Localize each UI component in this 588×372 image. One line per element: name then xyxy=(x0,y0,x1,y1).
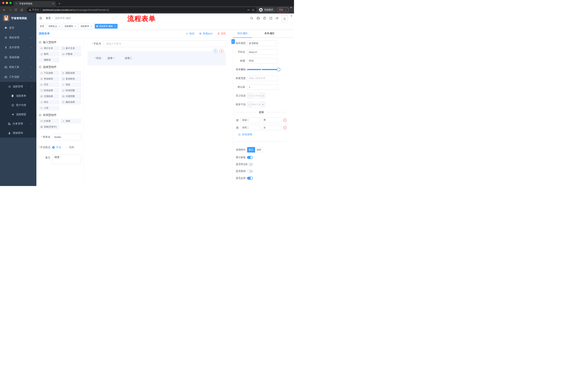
key-icon[interactable] xyxy=(247,9,250,11)
remove-option-icon[interactable] xyxy=(283,126,287,129)
close-icon[interactable] xyxy=(90,25,92,27)
tag-流程定义[interactable]: 流程定义 xyxy=(47,24,62,29)
component-行容器[interactable]: 行容器 xyxy=(39,119,59,124)
component-日期选择[interactable]: 日期选择 xyxy=(39,94,59,99)
sidebar-logo[interactable]: 芋道管理系统 xyxy=(0,13,36,23)
new-tab-button[interactable] xyxy=(57,1,62,6)
tag-流程模型[interactable]: 流程模型 xyxy=(63,24,78,29)
slider-handle[interactable] xyxy=(277,68,280,71)
component-type-select[interactable]: 多选框组 xyxy=(247,41,278,46)
title-input[interactable]: 性别 xyxy=(247,58,278,64)
component-单行文本[interactable]: 单行文本 xyxy=(39,46,59,51)
sidebar-item-用户分组[interactable]: 用户分组 xyxy=(0,100,36,110)
minimize-window-button[interactable] xyxy=(6,2,8,4)
toggle-是否带边框[interactable] xyxy=(247,163,253,166)
toggle-显示标签[interactable] xyxy=(247,156,253,159)
component-上传[interactable]: 上传 xyxy=(39,106,59,110)
component-密码[interactable]: 密码 xyxy=(39,52,59,57)
delete-component-button[interactable] xyxy=(219,49,224,53)
link-handle[interactable] xyxy=(231,39,235,44)
component-日期范围[interactable]: 日期范围 xyxy=(61,94,81,99)
min-select-input[interactable]: 至少应选 xyxy=(252,93,261,98)
plus-button[interactable]: + xyxy=(261,102,265,107)
form-name-input[interactable]: biubiu xyxy=(52,134,81,140)
sidebar-item-支付管理[interactable]: 支付管理 xyxy=(0,43,36,53)
checkbox-选项二[interactable]: 选项二 xyxy=(121,57,132,60)
component-多选框组[interactable]: 多选框组 xyxy=(61,76,81,81)
清空-button[interactable]: 清空 xyxy=(217,32,226,35)
toggle-是否禁用[interactable] xyxy=(247,170,253,173)
resize-grip-icon[interactable] xyxy=(79,162,81,163)
reload-icon[interactable] xyxy=(13,8,18,12)
tab-component-props[interactable]: 组件属性 xyxy=(233,30,252,37)
github-icon[interactable] xyxy=(257,17,260,20)
component-滑块[interactable]: 滑块 xyxy=(61,82,81,87)
add-option-button[interactable]: 添加选项 xyxy=(238,133,287,136)
canvas-field-phone[interactable]: *手机号 请输入手机号 xyxy=(86,41,226,47)
sidebar-item-首页[interactable]: 首页 xyxy=(0,23,36,33)
chrome-caret-icon[interactable] xyxy=(290,8,292,11)
zoom-window-button[interactable] xyxy=(10,2,12,4)
component-按钮[interactable]: 按钮 xyxy=(61,119,81,124)
update-button[interactable]: 更新 xyxy=(277,8,289,12)
component-时间范围[interactable]: 时间范围 xyxy=(61,88,81,93)
component-时间选择[interactable]: 时间选择 xyxy=(39,88,59,93)
default-value-input[interactable]: 1 xyxy=(247,84,278,90)
max-select-input[interactable]: 最多可选 xyxy=(252,102,261,107)
sidebar-item-基础设施[interactable]: 基础设施 xyxy=(0,53,36,62)
canvas-field-gender-selected[interactable]: *性别 选项一选项二 xyxy=(87,51,226,65)
field-name-input[interactable]: field122 xyxy=(247,49,278,55)
checkbox-选项一[interactable]: 选项一 xyxy=(103,57,115,60)
form-remark-textarea[interactable]: 嘿嘿 xyxy=(52,155,81,164)
more-menu-dots-icon[interactable] xyxy=(285,9,287,11)
remove-option-icon[interactable] xyxy=(283,118,287,122)
tag-流程表单-编辑[interactable]: 流程表单-编辑 xyxy=(95,24,117,29)
option-label-input[interactable]: 选项二 xyxy=(240,125,260,130)
sidebar-item-任务管理[interactable]: 任务管理 xyxy=(0,119,36,128)
fullscreen-icon[interactable] xyxy=(269,17,273,20)
close-tab-icon[interactable] xyxy=(52,2,54,5)
avatar[interactable] xyxy=(282,15,288,21)
tab-form-props[interactable]: 表单属性 xyxy=(260,30,279,37)
form-canvas[interactable]: *手机号 请输入手机号 *性别 选项一选项二 xyxy=(84,38,233,186)
component-计数器[interactable]: 123计数器 xyxy=(61,52,81,57)
component-多行文本[interactable]: 多行文本 xyxy=(61,46,81,51)
search-icon[interactable] xyxy=(250,17,253,20)
toggle-是否必填[interactable] xyxy=(247,177,253,180)
security-warning-icon[interactable] xyxy=(29,9,31,11)
security-label[interactable]: 不安全 xyxy=(32,8,39,11)
option-value-input[interactable]: 男 xyxy=(262,117,282,123)
checkbox-box[interactable] xyxy=(121,57,123,60)
close-icon[interactable] xyxy=(114,25,116,27)
close-icon[interactable] xyxy=(58,25,60,27)
sidebar-item-流程模型[interactable]: 流程模型 xyxy=(0,110,36,119)
查看json-button[interactable]: 查看json xyxy=(199,32,212,35)
sidebar-item-流程表单[interactable]: 流程表单 xyxy=(0,91,36,100)
tag-首页[interactable]: 首页 xyxy=(38,24,46,29)
sidebar-item-请假查询[interactable]: 请假查询 xyxy=(0,128,36,138)
avatar-caret-icon[interactable] xyxy=(291,17,292,20)
update-label[interactable]: 更新 xyxy=(279,8,284,11)
sidebar-item-流程管理[interactable]: 流程管理 xyxy=(0,82,36,91)
grid-slider[interactable] xyxy=(247,67,278,72)
drag-option-icon[interactable] xyxy=(236,126,239,129)
forward-icon[interactable] xyxy=(8,8,12,12)
checkbox-box[interactable] xyxy=(103,57,106,60)
help-icon[interactable] xyxy=(263,17,266,20)
collapse-sidebar-icon[interactable] xyxy=(39,17,42,20)
close-icon[interactable] xyxy=(74,25,76,27)
sidebar-item-研发工具[interactable]: 研发工具 xyxy=(0,62,36,72)
sidebar-item-系统管理[interactable]: 系统管理 xyxy=(0,33,36,43)
copy-component-button[interactable] xyxy=(213,49,218,53)
breadcrumb-home[interactable]: 首页 xyxy=(46,17,51,20)
sidebar-item-工作流程[interactable]: 工作流程 xyxy=(0,72,36,82)
radio-open[interactable]: 开启 xyxy=(52,146,61,149)
label-width-input[interactable]: 请输入标签宽度 xyxy=(247,75,278,81)
drag-option-icon[interactable] xyxy=(236,119,239,122)
font-size-icon[interactable]: TT xyxy=(276,17,278,20)
component-颜色选择[interactable]: 颜色选择 xyxy=(61,100,81,105)
option-value-input[interactable]: 女 xyxy=(262,125,282,130)
component-单选框组[interactable]: 单选框组 xyxy=(39,76,59,81)
minus-button[interactable]: − xyxy=(247,93,252,98)
browser-tab[interactable]: 芋道管理系统 xyxy=(13,1,56,6)
